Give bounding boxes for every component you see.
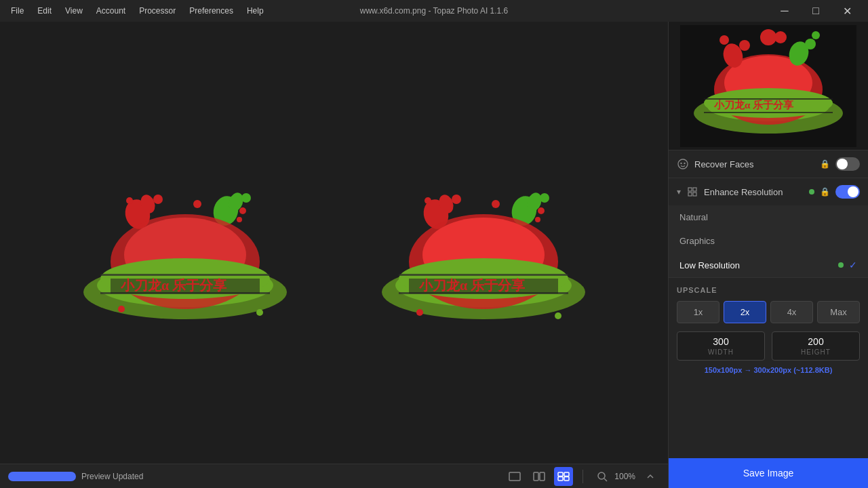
chevron-up-button[interactable]	[641, 467, 660, 486]
svg-rect-71	[688, 188, 692, 191]
svg-text:小刀龙α 乐于分享: 小刀龙α 乐于分享	[418, 278, 526, 293]
svg-rect-42	[509, 472, 520, 481]
mode-graphics[interactable]: Graphics	[669, 229, 868, 253]
enhance-resolution-toggle-knob	[848, 186, 859, 197]
bottom-toolbar: Preview Updated	[0, 464, 668, 488]
enhance-resolution-header[interactable]: ▾ Enhance Resolution 🔒	[669, 178, 868, 205]
menu-preferences[interactable]: Preferences	[184, 3, 239, 18]
recover-faces-header[interactable]: Recover Faces 🔒	[669, 150, 868, 178]
enhance-resolution-title: Enhance Resolution	[704, 187, 804, 197]
mode-natural[interactable]: Natural	[669, 205, 868, 229]
progress-bar	[8, 472, 76, 481]
recover-faces-section: Recover Faces 🔒	[669, 150, 868, 178]
recover-faces-lock-icon: 🔒	[820, 159, 830, 169]
svg-point-58	[739, 40, 750, 51]
menu-processor[interactable]: Processor	[134, 3, 181, 18]
svg-point-68	[678, 159, 688, 169]
face-icon	[677, 158, 689, 170]
width-value: 300	[684, 336, 757, 347]
svg-rect-45	[558, 472, 563, 476]
enhance-resolution-lock-icon: 🔒	[820, 187, 830, 197]
low-res-check-icon: ✓	[849, 260, 857, 270]
window-title: www.x6d.com.png - Topaz Photo AI 1.1.6	[360, 6, 509, 16]
titlebar: File Edit View Account Processor Prefere…	[0, 0, 868, 22]
svg-point-49	[598, 472, 605, 479]
grid-view-button[interactable]	[554, 467, 573, 486]
svg-point-19	[237, 217, 242, 222]
svg-rect-47	[558, 476, 563, 481]
minimize-button[interactable]: ─	[769, 0, 800, 22]
svg-point-65	[760, 29, 776, 45]
recover-faces-title: Recover Faces	[694, 159, 814, 169]
svg-point-67	[812, 31, 820, 39]
zoom-icon[interactable]	[593, 467, 612, 486]
svg-rect-13	[100, 274, 270, 276]
recover-faces-toggle-knob	[837, 159, 848, 169]
maximize-button[interactable]: □	[800, 0, 831, 22]
chevron-up-icon	[646, 472, 654, 481]
upscale-buttons: 1x 2x 4x Max	[677, 301, 860, 323]
right-panel: 小刀龙α 乐于分享	[668, 22, 868, 488]
resolution-size-val: (~112.8KB)	[793, 366, 832, 374]
svg-point-25	[452, 195, 461, 204]
enhance-resolution-icon	[687, 186, 698, 197]
menu-edit[interactable]: Edit	[32, 3, 57, 18]
single-view-button[interactable]	[505, 467, 524, 486]
main-content: 小刀龙α 乐于分享	[0, 22, 868, 488]
svg-rect-63	[704, 112, 833, 113]
upscale-2x-button[interactable]: 2x	[724, 301, 766, 323]
height-box: 200 HEIGHT	[772, 331, 860, 361]
upscale-max-button[interactable]: Max	[817, 301, 860, 323]
menu-view[interactable]: View	[60, 3, 88, 18]
thumbnail-area: 小刀龙α 乐于分享	[669, 22, 868, 150]
svg-rect-73	[688, 192, 692, 196]
svg-rect-48	[564, 476, 569, 481]
svg-rect-46	[564, 472, 569, 476]
split-view-button[interactable]	[530, 467, 549, 486]
mode-natural-label: Natural	[679, 212, 708, 222]
svg-point-30	[538, 207, 545, 214]
svg-point-4	[153, 195, 163, 204]
enhance-resolution-status-dot	[809, 189, 814, 195]
save-image-button[interactable]: Save Image	[669, 458, 868, 488]
svg-point-9	[239, 207, 246, 214]
svg-point-29	[540, 193, 549, 203]
enhance-resolution-section: ▾ Enhance Resolution 🔒	[669, 178, 868, 278]
svg-point-18	[256, 309, 263, 316]
canvas-area: 小刀龙α 乐于分享	[0, 22, 668, 488]
svg-point-41	[492, 200, 500, 208]
menu-account[interactable]: Account	[91, 3, 131, 18]
menu-file[interactable]: File	[5, 3, 29, 18]
split-view-icon	[533, 472, 545, 481]
enhance-resolution-toggle[interactable]	[835, 185, 860, 199]
mode-low-resolution[interactable]: Low Resolution ✓	[669, 253, 868, 277]
menu-help[interactable]: Help	[241, 3, 269, 18]
recover-faces-icon	[677, 159, 688, 169]
height-label: HEIGHT	[779, 348, 852, 356]
resolution-to: 300x200px	[753, 366, 791, 374]
mode-low-resolution-label: Low Resolution	[679, 260, 740, 270]
mode-graphics-label: Graphics	[679, 236, 715, 246]
close-button[interactable]: ✕	[831, 0, 863, 22]
window-controls: ─ □ ✕	[769, 0, 863, 22]
divider	[583, 470, 583, 483]
resolution-arrow: →	[744, 366, 753, 374]
upscale-1x-button[interactable]: 1x	[677, 301, 719, 323]
upscale-4x-button[interactable]: 4x	[770, 301, 813, 323]
recover-faces-toggle[interactable]	[835, 157, 860, 171]
enhance-resolution-chevron: ▾	[677, 187, 681, 197]
upscale-label: UPSCALE	[677, 286, 860, 294]
original-image: 小刀龙α 乐于分享	[56, 167, 314, 343]
processed-svg: 小刀龙α 乐于分享	[368, 174, 599, 336]
processed-image: 小刀龙α 乐于分享	[355, 167, 612, 343]
svg-rect-44	[540, 472, 545, 481]
svg-point-40	[535, 217, 540, 222]
svg-point-8	[241, 193, 251, 203]
width-box: 300 WIDTH	[677, 331, 765, 361]
search-icon	[597, 471, 608, 482]
svg-point-69	[680, 163, 682, 164]
svg-line-50	[604, 479, 607, 481]
svg-point-66	[719, 35, 729, 45]
svg-point-26	[425, 197, 431, 204]
grid-view-icon	[557, 472, 570, 481]
